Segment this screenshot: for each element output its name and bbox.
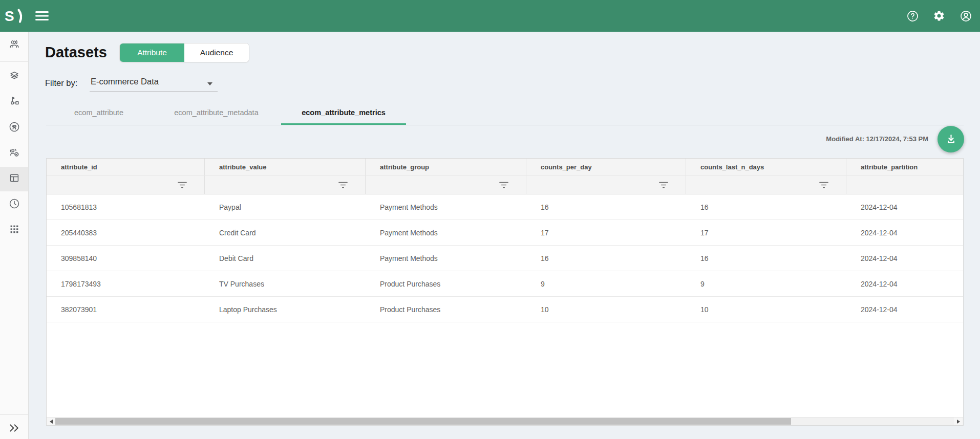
table-row: 309858140Debit CardPayment Methods161620…: [47, 246, 963, 271]
sidebar-item-profiles-check[interactable]: [0, 141, 28, 166]
cell-attribute_group: Product Purchases: [366, 271, 526, 296]
filter-cell-attribute_partition: [846, 176, 963, 194]
cell-counts_last_n_days: 9: [686, 271, 846, 296]
cell-attribute_partition: 2024-12-04: [846, 297, 963, 322]
audience-circle-icon: [8, 121, 20, 135]
cell-attribute_partition: 2024-12-04: [846, 194, 963, 220]
history-clock-icon: [8, 197, 20, 212]
column-header-attribute_partition: attribute_partition: [846, 159, 963, 175]
cell-counts_per_day: 10: [526, 297, 686, 322]
dataset-filter-select[interactable]: E-commerce Data: [90, 75, 218, 92]
tab-ecom_attribute_metrics[interactable]: ecom_attribute_metrics: [281, 100, 406, 125]
page-title: Datasets: [45, 44, 107, 61]
scrollbar-thumb[interactable]: [55, 418, 791, 425]
dataset-type-toggle: AttributeAudience: [119, 43, 249, 62]
cell-attribute_group: Product Purchases: [366, 297, 526, 322]
cell-attribute_group: Payment Methods: [366, 246, 526, 271]
tab-ecom_attribute_metadata[interactable]: ecom_attribute_metadata: [152, 100, 281, 125]
cell-counts_per_day: 9: [526, 271, 686, 296]
logo-icon: S: [5, 7, 25, 25]
filter-icon[interactable]: [819, 182, 828, 188]
sidebar-nav: [0, 32, 29, 439]
cell-attribute_id: 105681813: [47, 194, 205, 220]
double-chevron-right-icon: [7, 421, 21, 435]
table-icon: [8, 172, 20, 186]
table-row: 382073901Laptop PurchasesProduct Purchas…: [47, 297, 963, 322]
settings-gear-icon[interactable]: [932, 9, 946, 23]
cell-attribute_value: Laptop Purchases: [205, 297, 366, 322]
main-content: Datasets AttributeAudience Filter by: E-…: [29, 32, 980, 439]
horizontal-scrollbar[interactable]: [47, 417, 963, 425]
filter-icon[interactable]: [178, 182, 187, 188]
top-bar: S: [0, 0, 980, 32]
cell-attribute_value: Debit Card: [205, 246, 366, 271]
column-header-attribute_group: attribute_group: [366, 159, 526, 175]
filter-cell-counts_last_n_days: [686, 176, 846, 194]
cell-counts_per_day: 16: [526, 194, 686, 220]
profiles-check-icon: [8, 146, 20, 161]
sidebar-divider: [0, 61, 28, 62]
dataset-filter-value: E-commerce Data: [91, 77, 159, 86]
account-icon[interactable]: [959, 9, 972, 23]
download-button[interactable]: [938, 126, 964, 152]
cell-attribute_group: Payment Methods: [366, 194, 526, 220]
flow-icon: [8, 95, 20, 109]
sidebar-bottom-divider: [0, 414, 28, 415]
scroll-left-arrow-icon[interactable]: [47, 418, 55, 425]
filter-cell-attribute_value: [205, 176, 366, 194]
cell-attribute_id: 382073901: [47, 297, 205, 322]
filter-icon[interactable]: [338, 182, 348, 188]
toggle-audience-button[interactable]: Audience: [184, 43, 249, 62]
sidebar-item-audience-circle[interactable]: [0, 116, 28, 140]
cell-attribute_value: Credit Card: [205, 220, 366, 245]
cell-counts_last_n_days: 10: [686, 297, 846, 322]
layers-icon: [8, 70, 20, 84]
sidebar-item-layers[interactable]: [0, 64, 28, 89]
cell-attribute_partition: 2024-12-04: [846, 271, 963, 296]
column-header-counts_last_n_days: counts_last_n_days: [686, 159, 846, 175]
table-body: 105681813PaypalPayment Methods16162024-1…: [47, 194, 963, 322]
brand-logo: S: [0, 7, 30, 25]
cell-counts_per_day: 17: [526, 220, 686, 245]
cell-attribute_value: TV Purchases: [205, 271, 366, 296]
chevron-down-icon: [207, 82, 212, 85]
app-window: S: [0, 0, 980, 439]
cell-attribute_id: 205440383: [47, 220, 205, 245]
filter-icon[interactable]: [499, 182, 508, 188]
tab-ecom_attribute[interactable]: ecom_attribute: [46, 100, 152, 125]
download-icon: [944, 133, 958, 146]
sidebar-item-people-group[interactable]: [0, 33, 28, 57]
dataset-tabs: ecom_attributeecom_attribute_metadataeco…: [46, 100, 964, 125]
sidebar-expand-button[interactable]: [0, 416, 28, 439]
scroll-right-arrow-icon[interactable]: [954, 418, 963, 425]
column-header-counts_per_day: counts_per_day: [526, 159, 686, 175]
modified-at-text: Modified At: 12/17/2024, 7:53 PM: [826, 135, 928, 143]
column-header-attribute_id: attribute_id: [47, 159, 205, 175]
sidebar-item-apps-grid[interactable]: [0, 218, 28, 243]
cell-attribute_partition: 2024-12-04: [846, 220, 963, 245]
logo-letter: S: [5, 8, 14, 24]
column-header-attribute_value: attribute_value: [205, 159, 366, 175]
cell-counts_last_n_days: 16: [686, 194, 846, 220]
sidebar-item-table[interactable]: [0, 167, 28, 191]
people-group-icon: [8, 38, 20, 52]
sidebar-item-flow[interactable]: [0, 90, 28, 115]
sidebar-item-history-clock[interactable]: [0, 192, 28, 217]
data-table: attribute_idattribute_valueattribute_gro…: [46, 158, 964, 426]
apps-grid-icon: [8, 223, 20, 237]
filter-icon[interactable]: [659, 182, 668, 188]
cell-counts_per_day: 16: [526, 246, 686, 271]
help-icon[interactable]: [906, 9, 919, 23]
cell-attribute_partition: 2024-12-04: [846, 246, 963, 271]
cell-attribute_id: 309858140: [47, 246, 205, 271]
menu-hamburger-icon[interactable]: [35, 11, 49, 21]
filter-by-label: Filter by:: [45, 78, 77, 88]
table-filter-row: [47, 176, 963, 194]
toggle-attribute-button[interactable]: Attribute: [120, 43, 184, 62]
cell-attribute_group: Payment Methods: [366, 220, 526, 245]
filter-cell-attribute_group: [366, 176, 526, 194]
table-row: 205440383Credit CardPayment Methods17172…: [47, 220, 963, 246]
cell-attribute_id: 1798173493: [47, 271, 205, 296]
cell-counts_last_n_days: 17: [686, 220, 846, 245]
table-row: 105681813PaypalPayment Methods16162024-1…: [47, 194, 963, 220]
